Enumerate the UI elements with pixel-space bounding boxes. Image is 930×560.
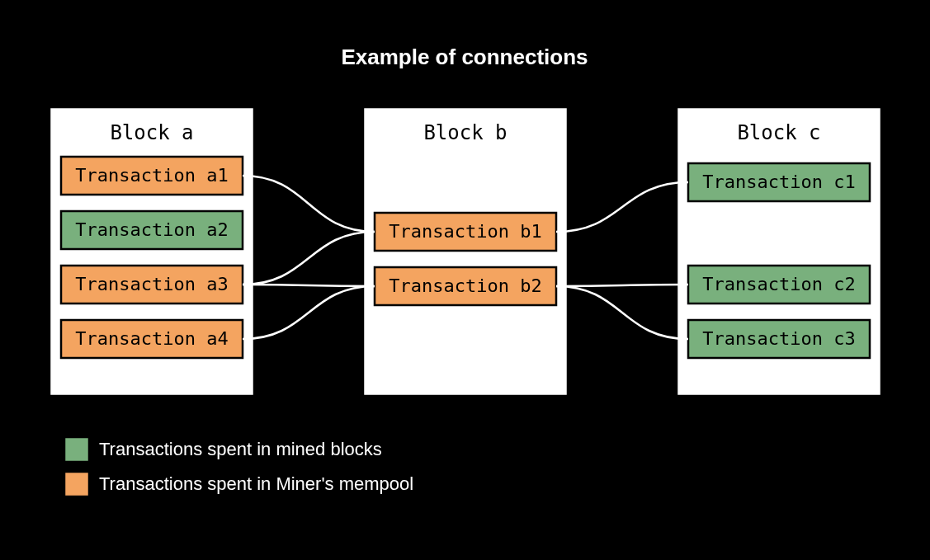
tx-b2: Transaction b2 — [375, 267, 556, 305]
edge-b2-c3 — [556, 286, 688, 339]
tx-a2-label: Transaction a2 — [75, 219, 228, 240]
legend-orange-swatch — [64, 472, 89, 496]
tx-a2: Transaction a2 — [61, 211, 243, 249]
edge-b2-c2 — [556, 285, 688, 286]
block-a-label: Block a — [110, 121, 193, 144]
edge-a3-b1 — [243, 232, 375, 285]
block-c: Block c Transaction c1 Transaction c2 Tr… — [677, 107, 881, 396]
diagram-canvas: Example of connections Block a Transacti… — [0, 0, 930, 560]
block-a: Block a Transaction a1 Transaction a2 Tr… — [50, 107, 254, 396]
legend-green-label: Transactions spent in mined blocks — [99, 439, 382, 459]
edge-a4-b2 — [243, 286, 375, 339]
tx-a3: Transaction a3 — [61, 266, 243, 304]
tx-c1-label: Transaction c1 — [702, 172, 855, 192]
tx-c2-label: Transaction c2 — [702, 274, 855, 294]
legend-orange-label: Transactions spent in Miner's mempool — [99, 473, 413, 494]
legend: Transactions spent in mined blocks Trans… — [64, 437, 413, 496]
legend-green-swatch — [64, 437, 89, 462]
tx-b1-label: Transaction b1 — [389, 221, 541, 242]
tx-a1: Transaction a1 — [61, 157, 243, 195]
edge-b1-c1 — [556, 182, 688, 232]
tx-c2: Transaction c2 — [688, 266, 870, 304]
tx-b2-label: Transaction b2 — [389, 275, 541, 296]
tx-a4-label: Transaction a4 — [75, 328, 228, 349]
tx-c1: Transaction c1 — [688, 163, 870, 201]
tx-a4: Transaction a4 — [61, 320, 243, 358]
edge-a1-b1 — [243, 176, 375, 232]
block-c-label: Block c — [737, 121, 820, 144]
tx-c3-label: Transaction c3 — [702, 328, 855, 349]
block-b: Block b Transaction b1 Transaction b2 — [363, 107, 568, 396]
block-b-label: Block b — [423, 121, 507, 144]
tx-a1-label: Transaction a1 — [75, 165, 228, 186]
edge-a3-b2 — [243, 285, 375, 286]
tx-c3: Transaction c3 — [688, 320, 870, 358]
tx-b1: Transaction b1 — [375, 213, 556, 251]
tx-a3-label: Transaction a3 — [75, 274, 228, 294]
diagram-title: Example of connections — [341, 45, 588, 69]
